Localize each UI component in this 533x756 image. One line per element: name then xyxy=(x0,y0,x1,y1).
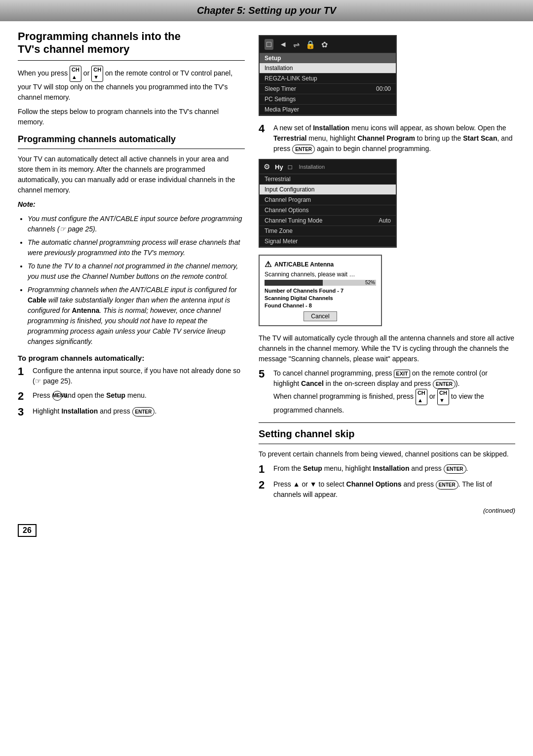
tv-menu-title: Setup xyxy=(260,53,396,63)
install-menu-screenshot: ⚙ Hy □ Installation Terrestrial Input Co… xyxy=(259,159,397,248)
auto-section-title: Programming channels automatically xyxy=(18,134,245,145)
tv-menu-regza: REGZA-LINK Setup xyxy=(260,74,396,84)
exit-btn-icon: EXIT xyxy=(394,370,410,378)
intro-paragraph-2: Follow the steps below to program channe… xyxy=(18,107,245,127)
scan-found-channel: Found Channel - 8 xyxy=(265,302,376,308)
auto-section-divider xyxy=(18,149,245,149)
settings-icon: ✿ xyxy=(321,40,328,49)
step-3: 3 Highlight Installation and press ENTER… xyxy=(18,406,245,418)
left-column: Programming channels into the TV's chann… xyxy=(18,30,245,519)
main-section-title: Programming channels into the TV's chann… xyxy=(18,30,245,56)
skip-steps-list: 1 From the Setup menu, highlight Install… xyxy=(259,463,515,500)
chapter-title: Chapter 5: Setting up your TV xyxy=(0,5,533,16)
note-item-2: The automatic channel programming proces… xyxy=(28,237,245,258)
install-label: Installation xyxy=(299,164,325,170)
enter-icon-step4: ENTER xyxy=(292,145,315,154)
menu-btn-icon: MENU xyxy=(52,391,62,401)
note-item-4: Programming channels when the ANT/CABLE … xyxy=(28,285,245,347)
ch-down-btn-icon: CH▼ xyxy=(91,66,103,82)
im-signal-meter: Signal Meter xyxy=(260,236,396,247)
audio-icon: ◄ xyxy=(279,40,287,49)
scan-progress-fill xyxy=(265,280,323,286)
auto-paragraph-1: Your TV can automatically detect all act… xyxy=(18,154,245,195)
right-steps-list: 4 A new set of Installation menu icons w… xyxy=(259,123,515,154)
skip-intro: To prevent certain channels from being v… xyxy=(259,449,515,459)
right-column: □ ◄ ⇌ 🔒 ✿ Setup Installation REGZA-LINK … xyxy=(259,30,515,519)
install-gear-icon: ⚙ xyxy=(264,162,270,171)
intro-paragraph-1: When you press CH▲ or CH▼ on the remote … xyxy=(18,66,245,103)
tv-setup-menu-screenshot: □ ◄ ⇌ 🔒 ✿ Setup Installation REGZA-LINK … xyxy=(259,35,397,116)
im-time-zone: Time Zone xyxy=(260,226,396,236)
continued-text: (continued) xyxy=(259,506,515,516)
install-hy-icon: Hy xyxy=(275,163,283,171)
page-footer: 26 xyxy=(0,519,533,542)
scan-digital-channels: Scanning Digital Channels xyxy=(265,295,376,301)
to-program-title: To program channels automatically: xyxy=(18,353,245,364)
note-item-3: To tune the TV to a channel not programm… xyxy=(28,261,245,282)
install-menu-icons: ⚙ Hy □ Installation xyxy=(260,160,396,174)
note-item-1: You must configure the ANT/CABLE input s… xyxy=(28,214,245,234)
tv-menu-installation: Installation xyxy=(260,63,396,74)
right-steps-list-2: 5 To cancel channel programming, press E… xyxy=(259,368,515,416)
section-divider xyxy=(18,60,245,61)
notes-list: You must configure the ANT/CABLE input s… xyxy=(18,214,245,347)
ch-down-icon-step5: CH▼ xyxy=(437,389,449,405)
page-header: Chapter 5: Setting up your TV xyxy=(0,0,533,21)
page-number: 26 xyxy=(18,524,37,537)
enter-icon-skip1: ENTER xyxy=(444,464,466,474)
skip-step-2: 2 Press ▲ or ▼ to select Channel Options… xyxy=(259,479,515,500)
tv-menu-icons-row: □ ◄ ⇌ 🔒 ✿ xyxy=(260,36,396,53)
scan-title: ⚠ ANT/CABLE Antenna xyxy=(265,260,376,269)
enter-icon-skip2: ENTER xyxy=(436,480,458,490)
step-5: 5 To cancel channel programming, press E… xyxy=(259,368,515,416)
skip-step-1: 1 From the Setup menu, highlight Install… xyxy=(259,463,515,475)
tv-menu-pc: PC Settings xyxy=(260,94,396,105)
ch-up-btn-icon: CH▲ xyxy=(70,66,81,82)
lock-icon: 🔒 xyxy=(305,40,315,49)
im-input-config: Input Configuration xyxy=(260,185,396,195)
scan-percent: 52% xyxy=(365,280,375,286)
step-4: 4 A new set of Installation menu icons w… xyxy=(259,123,515,154)
scan-progress-bar: 52% xyxy=(265,280,376,286)
tv-icon: □ xyxy=(265,39,273,50)
enter-icon-step5a: ENTER xyxy=(433,379,456,389)
warning-icon: ⚠ xyxy=(265,260,271,269)
step-2: 2 Press MENU and open the Setup menu. xyxy=(18,390,245,402)
auto-scan-body: The TV will automatically cycle through … xyxy=(259,333,515,364)
scan-channels-found: Number of Channels Found - 7 xyxy=(265,288,376,294)
note-label: Note: xyxy=(18,199,245,210)
im-terrestrial: Terrestrial xyxy=(260,174,396,185)
skip-section-divider xyxy=(259,422,515,423)
tv-menu-media: Media Player xyxy=(260,105,396,115)
install-screen-icon: □ xyxy=(288,163,292,171)
im-channel-program: Channel Program xyxy=(260,195,396,205)
im-channel-tuning: Channel Tuning ModeAuto xyxy=(260,216,396,226)
scan-popup-screenshot: ⚠ ANT/CABLE Antenna Scanning channels, p… xyxy=(259,255,382,326)
step-1: 1 Configure the antenna input source, if… xyxy=(18,366,245,386)
skip-section-divider2 xyxy=(259,444,515,444)
scan-cancel-button[interactable]: Cancel xyxy=(304,311,337,321)
skip-section-title: Setting channel skip xyxy=(259,428,515,440)
enter-btn-icon: ENTER xyxy=(132,407,155,416)
im-channel-options: Channel Options xyxy=(260,205,396,216)
tv-menu-sleep: Sleep Timer00:00 xyxy=(260,84,396,94)
steps-list: 1 Configure the antenna input source, if… xyxy=(18,366,245,418)
ch-up-icon-step5: CH▲ xyxy=(416,389,427,405)
switch-icon: ⇌ xyxy=(293,40,300,49)
scan-subtitle: Scanning channels, please wait … xyxy=(265,271,376,278)
